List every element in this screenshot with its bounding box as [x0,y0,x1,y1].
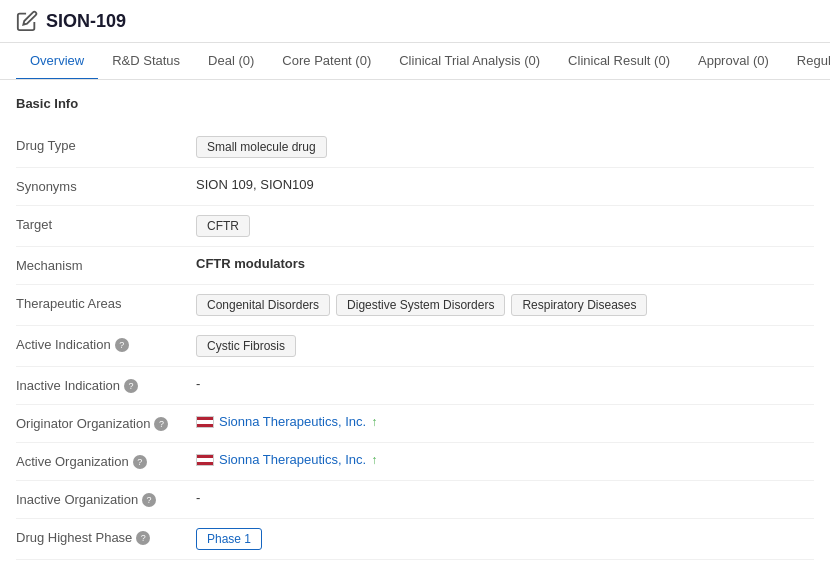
originator-org-value: Sionna Therapeutics, Inc. ↑ [196,414,814,429]
therapeutic-areas-row: Therapeutic Areas Congenital Disorders D… [16,285,814,326]
tab-clinical-trial[interactable]: Clinical Trial Analysis (0) [385,43,554,80]
originator-org-row: Originator Organization ? Sionna Therape… [16,405,814,443]
mechanism-text: CFTR modulators [196,256,305,271]
active-indication-row: Active Indication ? Cystic Fibrosis [16,326,814,367]
active-indication-tag[interactable]: Cystic Fibrosis [196,335,296,357]
mechanism-row: Mechanism CFTR modulators [16,247,814,285]
drug-type-row: Drug Type Small molecule drug [16,127,814,168]
originator-org-info-icon[interactable]: ? [154,417,168,431]
therapeutic-areas-label: Therapeutic Areas [16,294,196,311]
target-value: CFTR [196,215,814,237]
tab-regulation[interactable]: Regulation (0) [783,43,830,80]
active-org-name: Sionna Therapeutics, Inc. [219,452,366,467]
synonyms-row: Synonyms SION 109, SION109 [16,168,814,206]
active-org-row: Active Organization ? Sionna Therapeutic… [16,443,814,481]
therapeutic-tag-2[interactable]: Respiratory Diseases [511,294,647,316]
synonyms-value: SION 109, SION109 [196,177,814,192]
originator-org-label: Originator Organization ? [16,414,196,431]
phase-tag[interactable]: Phase 1 [196,528,262,550]
tab-core-patent[interactable]: Core Patent (0) [268,43,385,80]
first-approval-date-row: First Approval Date - [16,560,814,565]
synonyms-label: Synonyms [16,177,196,194]
therapeutic-tag-1[interactable]: Digestive System Disorders [336,294,505,316]
mechanism-label: Mechanism [16,256,196,273]
up-arrow-icon-2: ↑ [371,453,377,467]
therapeutic-areas-value: Congenital Disorders Digestive System Di… [196,294,814,316]
tab-deal[interactable]: Deal (0) [194,43,268,80]
main-content: Basic Info Drug Type Small molecule drug… [0,80,830,565]
target-tag[interactable]: CFTR [196,215,250,237]
originator-org-link[interactable]: Sionna Therapeutics, Inc. ↑ [196,414,377,429]
drug-phase-info-icon[interactable]: ? [136,531,150,545]
nav-tabs: Overview R&D Status Deal (0) Core Patent… [0,43,830,80]
tab-overview[interactable]: Overview [16,43,98,80]
org-flag-icon-2 [196,454,214,466]
inactive-indication-info-icon[interactable]: ? [124,379,138,393]
inactive-org-row: Inactive Organization ? - [16,481,814,519]
originator-org-name: Sionna Therapeutics, Inc. [219,414,366,429]
inactive-org-value: - [196,490,814,505]
inactive-org-info-icon[interactable]: ? [142,493,156,507]
drug-type-value: Small molecule drug [196,136,814,158]
active-org-link[interactable]: Sionna Therapeutics, Inc. ↑ [196,452,377,467]
active-indication-info-icon[interactable]: ? [115,338,129,352]
page-title: SION-109 [46,11,126,32]
tab-approval[interactable]: Approval (0) [684,43,783,80]
up-arrow-icon: ↑ [371,415,377,429]
target-label: Target [16,215,196,232]
mechanism-value: CFTR modulators [196,256,814,271]
inactive-indication-value: - [196,376,814,391]
drug-type-label: Drug Type [16,136,196,153]
active-indication-value: Cystic Fibrosis [196,335,814,357]
drug-highest-phase-value: Phase 1 [196,528,814,550]
drug-highest-phase-row: Drug Highest Phase ? Phase 1 [16,519,814,560]
inactive-indication-row: Inactive Indication ? - [16,367,814,405]
target-row: Target CFTR [16,206,814,247]
inactive-org-label: Inactive Organization ? [16,490,196,507]
page-header: SION-109 [0,0,830,43]
tab-rd-status[interactable]: R&D Status [98,43,194,80]
edit-icon [16,10,38,32]
tab-clinical-result[interactable]: Clinical Result (0) [554,43,684,80]
org-flag-icon [196,416,214,428]
therapeutic-tag-0[interactable]: Congenital Disorders [196,294,330,316]
active-indication-label: Active Indication ? [16,335,196,352]
active-org-value: Sionna Therapeutics, Inc. ↑ [196,452,814,467]
active-org-label: Active Organization ? [16,452,196,469]
drug-highest-phase-label: Drug Highest Phase ? [16,528,196,545]
section-title: Basic Info [16,96,814,115]
inactive-indication-label: Inactive Indication ? [16,376,196,393]
drug-type-tag: Small molecule drug [196,136,327,158]
active-org-info-icon[interactable]: ? [133,455,147,469]
